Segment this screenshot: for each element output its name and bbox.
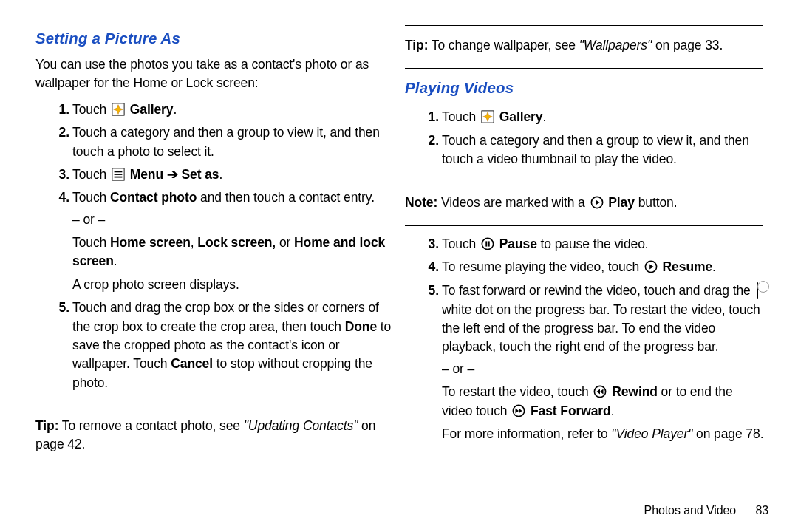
divider [35, 406, 393, 406]
chapter-name: Photos and Video [644, 504, 736, 516]
pause-label: Pause [499, 236, 537, 251]
setting-steps: Touch Gallery. Touch a category and then… [35, 98, 396, 397]
step-4: To resume playing the video, touch Resum… [442, 258, 765, 276]
set-as-label: Set as [181, 167, 219, 182]
menu-label: Menu [130, 167, 163, 182]
text: Touch [72, 190, 110, 205]
play-label: Play [608, 195, 635, 210]
pause-icon [481, 237, 494, 250]
text: to pause the video. [537, 236, 649, 251]
updating-contacts-ref: "Updating Contacts" [244, 418, 358, 433]
text: To change wallpaper, see [428, 38, 579, 52]
step-1: Touch Gallery. [72, 100, 396, 119]
page-number: 83 [755, 504, 768, 516]
gallery-label: Gallery [130, 102, 174, 117]
svg-point-10 [482, 238, 493, 249]
text: . [114, 253, 117, 268]
gallery-label: Gallery [499, 109, 543, 124]
page-footer: Photos and Video 83 [644, 502, 768, 519]
step-5: Touch and drag the crop box or the sides… [72, 299, 396, 392]
sub-text: Touch Home screen, Lock screen, or Home … [72, 233, 396, 271]
text: on page 33. [652, 38, 723, 52]
wallpapers-ref: "Wallpapers" [579, 38, 652, 52]
fast-forward-label: Fast Forward [531, 403, 611, 418]
text: . [219, 167, 222, 182]
text: Touch a category and then a group to vie… [72, 125, 380, 158]
text: or [276, 235, 294, 250]
gallery-icon [112, 103, 125, 116]
tip-remove-contact: Tip: To remove a contact photo, see "Upd… [35, 417, 396, 454]
text: Touch [442, 109, 476, 124]
or-divider: – or – [72, 211, 396, 229]
rewind-label: Rewind [612, 384, 658, 399]
tip-label: Tip: [35, 418, 58, 433]
video-player-ref: "Video Player" [611, 426, 692, 441]
text: To restart the video, touch [442, 384, 589, 399]
note-videos-marked: Note: Videos are marked with a Play butt… [405, 194, 765, 212]
svg-rect-11 [485, 241, 487, 246]
page: Setting a Picture As You can use the pho… [0, 0, 798, 532]
text: Videos are marked with a [437, 195, 585, 210]
tip-label: Tip: [405, 38, 428, 52]
right-column: Tip: To change wallpaper, see "Wallpaper… [402, 25, 771, 514]
play-icon [590, 196, 604, 209]
text: To remove a contact photo, see [58, 418, 243, 433]
text: white dot on the progress bar. To restar… [442, 302, 760, 355]
divider [405, 183, 763, 183]
menu-icon [112, 168, 125, 181]
text: Touch [442, 236, 476, 251]
done-label: Done [345, 319, 377, 334]
contact-photo-label: Contact photo [110, 190, 197, 205]
step-4: Touch Contact photo and then touch a con… [72, 188, 396, 294]
text: To fast forward or rewind the video, tou… [442, 283, 751, 298]
playing-steps-bottom: Touch Pause to pause the video. To resum… [405, 232, 765, 448]
step-3: Touch Pause to pause the video. [442, 235, 765, 253]
text: . [173, 102, 177, 117]
tip-wallpaper: Tip: To change wallpaper, see "Wallpaper… [405, 36, 765, 55]
crop-text: A crop photo screen displays. [72, 276, 396, 294]
text: Touch [72, 235, 110, 250]
svg-rect-12 [488, 241, 490, 246]
sub-text: To restart the video, touch Rewind or to… [442, 383, 765, 420]
text: , [191, 235, 198, 250]
step-2: Touch a category and then a group to vie… [72, 123, 396, 161]
text: . [611, 403, 615, 418]
text: button. [635, 195, 678, 210]
rewind-icon [593, 385, 607, 398]
divider [405, 25, 763, 26]
left-column: Setting a Picture As You can use the pho… [33, 25, 402, 514]
cancel-label: Cancel [171, 356, 213, 371]
step-2: Touch a category and then a group to vie… [442, 132, 765, 169]
text: To resume playing the video, touch [442, 259, 639, 274]
text: on page 78. [692, 426, 763, 441]
text: . [712, 259, 716, 274]
heading-setting-picture-as: Setting a Picture As [35, 28, 403, 50]
lock-screen-label: Lock screen, [197, 235, 276, 250]
resume-label: Resume [663, 259, 713, 274]
divider [35, 468, 393, 468]
step-3: Touch Menu ➔ Set as. [72, 166, 396, 184]
gallery-icon [481, 110, 494, 123]
text: Touch [72, 102, 106, 117]
text: . [542, 109, 546, 124]
divider [405, 225, 763, 226]
playing-steps-top: Touch Gallery. Touch a category and then… [405, 105, 765, 173]
text: Touch and drag the crop box or the sides… [72, 300, 379, 333]
text: and then touch a contact entry. [197, 190, 375, 205]
intro-text: You can use the photos you take as a con… [35, 55, 396, 93]
progress-bar-icon [757, 282, 758, 300]
home-screen-label: Home screen [110, 235, 191, 250]
arrow: ➔ [167, 167, 178, 182]
note-label: Note: [405, 195, 437, 210]
step-5: To fast forward or rewind the video, tou… [442, 282, 765, 444]
text: For more information, refer to [442, 426, 611, 441]
step-1: Touch Gallery. [442, 108, 765, 126]
fast-forward-icon [512, 404, 525, 417]
text: Touch [72, 167, 106, 182]
more-info: For more information, refer to "Video Pl… [442, 425, 765, 443]
or-divider: – or – [442, 360, 765, 378]
heading-playing-videos: Playing Videos [405, 78, 773, 99]
resume-icon [644, 260, 658, 273]
divider [405, 68, 763, 69]
text: Touch a category and then a group to vie… [442, 133, 749, 166]
